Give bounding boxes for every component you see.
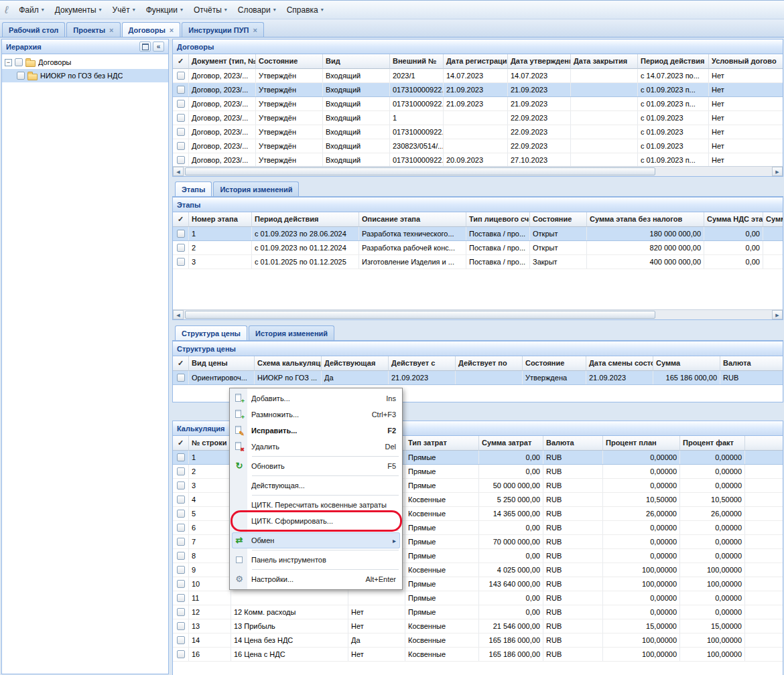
scroll-right-icon[interactable]: ▶ (772, 310, 783, 319)
column-header[interactable]: Сумма этапа без налогов (587, 212, 704, 227)
column-header[interactable]: Дата смены состо (586, 356, 653, 371)
table-row[interactable]: 11Прямые0,00RUB0,000000,00000 (173, 591, 783, 605)
row-checkbox[interactable] (177, 552, 185, 560)
tab[interactable]: Проекты× (66, 22, 120, 37)
row-select-cell[interactable] (173, 535, 189, 548)
table-row[interactable]: 2с 01.09.2023 по 01.12.2024Разработка ра… (173, 241, 783, 255)
row-select-cell[interactable] (173, 139, 189, 153)
row-checkbox[interactable] (177, 650, 185, 658)
tab-close-icon[interactable]: × (109, 27, 113, 33)
table-row[interactable]: Ориентировоч...НИОКР по ГОЗ ...Да21.09.2… (173, 371, 783, 385)
column-header[interactable]: Вид цены (189, 356, 255, 371)
row-select-cell[interactable] (173, 153, 189, 166)
tree-node[interactable]: НИОКР по ГОЗ без НДС (2, 69, 168, 82)
row-select-cell[interactable] (173, 83, 189, 96)
menu-item[interactable]: ↻ОбновитьF5 (232, 458, 400, 474)
menu-item[interactable]: Панель инструментов (232, 552, 400, 568)
row-checkbox[interactable] (177, 142, 185, 150)
table-row[interactable]: Договор, 2023/...УтверждёнВходящий017310… (173, 97, 783, 111)
column-header[interactable]: Действует по (456, 356, 523, 371)
scrollbar-thumb[interactable] (185, 311, 655, 319)
scroll-left-icon[interactable]: ◀ (173, 310, 184, 319)
menubar-item[interactable]: Справка▾ (281, 3, 329, 17)
menu-item[interactable]: ⚙Настройки...Alt+Enter (232, 571, 400, 587)
row-checkbox[interactable] (177, 86, 185, 94)
column-header[interactable]: Сумма (653, 356, 720, 371)
column-header[interactable]: Номер этапа (189, 212, 252, 227)
column-header[interactable]: Схема калькуляци (255, 356, 322, 371)
tab-close-icon[interactable]: × (170, 27, 174, 33)
row-checkbox[interactable] (177, 622, 185, 630)
row-select-cell[interactable] (173, 241, 189, 254)
column-header[interactable]: Период действия (638, 54, 709, 69)
menu-item[interactable]: ЦИТК. Сформировать... (232, 513, 400, 529)
row-select-cell[interactable] (173, 507, 189, 520)
tab[interactable]: Рабочий стол (2, 22, 65, 37)
tree-checkbox[interactable] (17, 72, 25, 80)
tab[interactable]: Структура цены (175, 325, 247, 340)
table-row[interactable]: 1212 Комм. расходыНетПрямые0,00RUB0,0000… (173, 605, 783, 619)
select-all-column-header[interactable]: ✓ (173, 436, 189, 451)
column-header[interactable]: Вид (323, 54, 390, 69)
row-select-cell[interactable] (173, 633, 189, 647)
row-checkbox[interactable] (177, 636, 185, 644)
tab[interactable]: Договоры× (122, 22, 181, 37)
table-row[interactable]: 1313 ПрибыльНетКосвенные21 546 000,00RUB… (173, 619, 783, 633)
row-select-cell[interactable] (173, 577, 189, 591)
table-row[interactable]: Договор, 2023/...УтверждёнВходящий122.09… (173, 111, 783, 125)
column-header[interactable]: Процент план (603, 436, 680, 451)
table-row[interactable]: 1с 01.09.2023 по 28.06.2024Разработка те… (173, 227, 783, 241)
scroll-left-icon[interactable]: ◀ (173, 167, 184, 176)
column-header[interactable]: Документ (тип, № (189, 54, 256, 69)
column-header[interactable]: Описание этапа (359, 212, 466, 227)
scrollbar-thumb[interactable] (185, 167, 655, 175)
column-header[interactable]: Действующая (322, 356, 389, 371)
column-header[interactable]: Тип затрат (405, 436, 479, 451)
menu-item[interactable]: ✖УдалитьDel (232, 439, 400, 455)
column-header[interactable]: Сумма затрат (479, 436, 543, 451)
row-select-cell[interactable] (173, 563, 189, 577)
row-checkbox[interactable] (177, 128, 185, 136)
row-checkbox[interactable] (177, 72, 185, 80)
row-checkbox[interactable] (177, 230, 185, 238)
row-checkbox[interactable] (177, 580, 185, 588)
column-header[interactable]: Состояние (256, 54, 323, 69)
menubar-item[interactable]: Словари▾ (233, 3, 281, 17)
row-select-cell[interactable] (173, 371, 189, 384)
column-header[interactable]: Сумм (763, 212, 783, 227)
row-checkbox[interactable] (177, 496, 185, 504)
tab[interactable]: История изменений (213, 181, 299, 196)
stages-h-scrollbar[interactable]: ◀ ▶ (173, 309, 783, 319)
row-checkbox[interactable] (177, 156, 185, 164)
tree-checkbox[interactable] (15, 58, 23, 66)
row-select-cell[interactable] (173, 549, 189, 562)
column-header[interactable]: № строки (189, 436, 231, 451)
row-select-cell[interactable] (173, 465, 189, 478)
menu-item[interactable]: ЦИТК. Пересчитать косвенные затраты... (232, 497, 400, 513)
row-checkbox[interactable] (177, 510, 185, 518)
select-all-column-header[interactable]: ✓ (173, 212, 189, 227)
row-checkbox[interactable] (177, 481, 185, 490)
column-header[interactable]: Дата утверждения (508, 54, 571, 69)
collapse-panel-icon[interactable]: « (153, 42, 164, 52)
menu-item[interactable]: +Размножить...Ctrl+F3 (232, 406, 400, 423)
row-checkbox[interactable] (177, 114, 185, 122)
select-all-column-header[interactable]: ✓ (173, 54, 189, 69)
row-select-cell[interactable] (173, 479, 189, 492)
scroll-right-icon[interactable]: ▶ (772, 167, 783, 176)
row-select-cell[interactable] (173, 255, 189, 269)
menubar-item[interactable]: Учёт▾ (107, 3, 141, 17)
menu-item[interactable]: ⇄Обмен▸ (232, 532, 400, 548)
menubar-item[interactable]: Функции▾ (141, 3, 188, 17)
row-checkbox[interactable] (177, 566, 185, 574)
column-header[interactable]: Валюта (543, 436, 603, 451)
column-header[interactable]: Процент факт (680, 436, 745, 451)
menu-item[interactable]: ✎Исправить...F2 (232, 423, 400, 439)
row-select-cell[interactable] (173, 591, 189, 605)
column-header[interactable]: Дата закрытия (571, 54, 638, 69)
row-select-cell[interactable] (173, 605, 189, 619)
row-checkbox[interactable] (177, 100, 185, 108)
column-header[interactable]: Состояние (523, 356, 586, 371)
column-header[interactable]: Дата регистрации (444, 54, 508, 69)
table-row[interactable]: Договор, 2023/...УтверждёнВходящий230823… (173, 139, 783, 153)
